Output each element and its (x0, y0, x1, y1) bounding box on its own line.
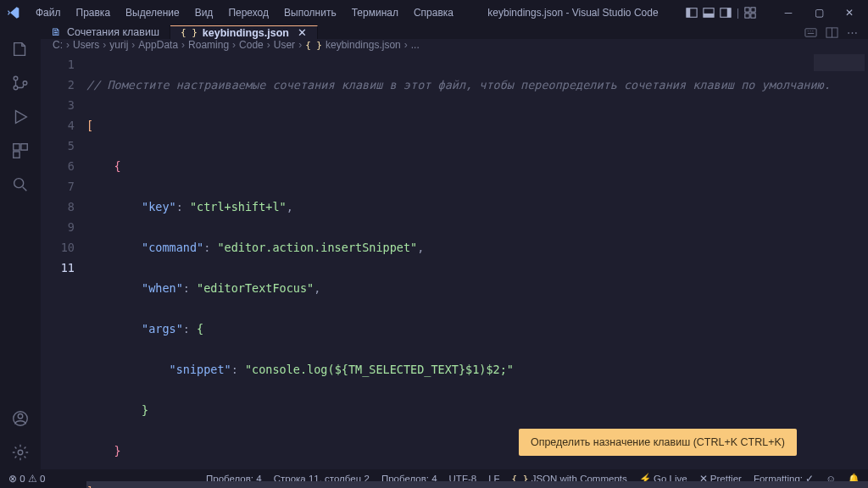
svg-rect-6 (745, 8, 749, 12)
split-editor-icon[interactable] (826, 26, 838, 39)
json-icon: { } (305, 40, 322, 51)
svg-rect-7 (751, 8, 755, 12)
keybinding-toast: Определить назначение клавиш (CTRL+K CTR… (519, 429, 797, 456)
settings-gear-icon[interactable] (0, 435, 41, 469)
editor-tabs: 🗎 Сочетания клавиш { } keybindings.json … (41, 25, 868, 39)
svg-point-18 (18, 414, 23, 419)
tab-label: Сочетания клавиш (67, 26, 159, 38)
svg-rect-9 (751, 14, 755, 18)
titlebar: Файл Правка Выделение Вид Переход Выполн… (0, 0, 868, 25)
svg-point-16 (14, 179, 24, 188)
svg-point-11 (14, 86, 18, 90)
line-gutter: 123 456 789 1011 (41, 51, 86, 488)
svg-rect-5 (727, 8, 731, 18)
close-tab-icon[interactable]: ✕ (298, 26, 307, 39)
activity-bar (0, 25, 41, 469)
account-icon[interactable] (0, 402, 41, 435)
svg-rect-3 (704, 14, 714, 17)
explorer-icon[interactable] (0, 32, 41, 66)
svg-rect-15 (14, 152, 19, 158)
status-errors[interactable]: ⊗ 0 ⚠ 0 (8, 473, 45, 485)
svg-rect-13 (14, 144, 19, 150)
maximize-button[interactable]: ▢ (807, 7, 831, 19)
menu-run[interactable]: Выполнить (277, 3, 343, 22)
more-actions-icon[interactable]: ⋯ (847, 26, 858, 39)
code-editor[interactable]: 123 456 789 1011 // Поместите настраивае… (41, 51, 868, 488)
tab-label: keybindings.json (203, 27, 289, 39)
customize-layout-icon[interactable] (744, 7, 756, 19)
svg-point-12 (23, 81, 27, 86)
menu-selection[interactable]: Выделение (119, 3, 186, 22)
breadcrumb[interactable]: C:› Users› yurij› AppData› Roaming› Code… (41, 39, 868, 51)
menu-view[interactable]: Вид (188, 3, 220, 22)
close-button[interactable]: ✕ (837, 7, 861, 19)
svg-rect-20 (805, 28, 816, 36)
svg-point-19 (18, 450, 23, 455)
menu-bar: Файл Правка Выделение Вид Переход Выполн… (29, 3, 460, 22)
menu-terminal[interactable]: Терминал (345, 3, 405, 22)
window-title: keybindings.json - Visual Studio Code (460, 7, 686, 19)
open-keybindings-icon[interactable] (804, 26, 817, 39)
toggle-panel-icon[interactable] (703, 7, 715, 19)
toggle-secondary-icon[interactable] (720, 7, 732, 19)
file-icon: 🗎 (51, 26, 62, 38)
search-icon[interactable] (0, 168, 41, 202)
menu-file[interactable]: Файл (29, 3, 68, 22)
tab-keyboard-shortcuts[interactable]: 🗎 Сочетания клавиш (41, 25, 170, 39)
minimap[interactable] (814, 54, 865, 71)
json-icon: { } (181, 27, 198, 38)
menu-go[interactable]: Переход (221, 3, 275, 22)
run-debug-icon[interactable] (0, 100, 41, 134)
svg-rect-8 (745, 14, 749, 18)
source-control-icon[interactable] (0, 66, 41, 100)
menu-edit[interactable]: Правка (70, 3, 118, 22)
vscode-logo-icon (7, 6, 20, 19)
tab-keybindings-json[interactable]: { } keybindings.json ✕ (170, 25, 318, 39)
extensions-icon[interactable] (0, 134, 41, 168)
code-content[interactable]: // Поместите настраиваемые сочетания кла… (86, 51, 868, 488)
minimize-button[interactable]: ─ (776, 7, 800, 19)
svg-point-10 (14, 76, 18, 80)
menu-help[interactable]: Справка (407, 3, 460, 22)
toggle-sidebar-icon[interactable] (686, 7, 698, 19)
svg-rect-14 (21, 144, 27, 150)
svg-rect-1 (687, 8, 690, 18)
